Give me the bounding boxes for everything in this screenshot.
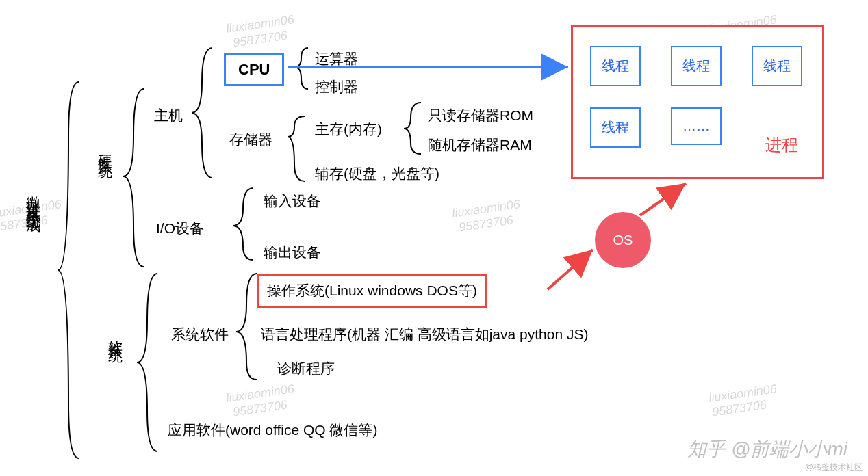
cpu-alu: 运算器 xyxy=(315,49,358,68)
watermark: 95873706 xyxy=(232,398,288,420)
thread-ellipsis: …… xyxy=(671,107,722,145)
credit-text-2: @稀釜技术社区 xyxy=(805,462,863,473)
ram-label: 随机存储器RAM xyxy=(428,135,532,155)
watermark: 95873706 xyxy=(0,213,49,235)
cpu-box: CPU xyxy=(224,53,284,86)
svg-line-1 xyxy=(548,250,593,289)
input-device: 输入设备 xyxy=(264,191,321,211)
os-circle: OS xyxy=(595,212,651,268)
lang-processor: 语言处理程序(机器 汇编 高级语言如java python JS) xyxy=(261,325,588,344)
watermark: liuxiaomin06 xyxy=(451,197,521,221)
watermark: 95873706 xyxy=(711,398,767,420)
watermark: liuxiaomin06 xyxy=(225,12,295,36)
credit-text: 知乎 @前端小小mi xyxy=(687,436,847,462)
aux-storage-label: 辅存(硬盘，光盘等) xyxy=(315,164,439,183)
app-software: 应用软件(word office QQ 微信等) xyxy=(168,421,378,440)
storage-label: 存储器 xyxy=(229,130,272,149)
rom-label: 只读存储器ROM xyxy=(428,106,533,125)
thread-box-3: 线程 xyxy=(752,46,802,86)
thread-box-1: 线程 xyxy=(590,46,641,86)
root-label: 微型计算机系统组成 xyxy=(24,185,43,209)
process-label: 进程 xyxy=(765,134,798,156)
os-box: 操作系统(Linux windows DOS等) xyxy=(257,274,487,308)
thread-box-2: 线程 xyxy=(671,46,722,86)
svg-line-2 xyxy=(640,183,686,215)
software-label: 软件系统 xyxy=(106,328,125,339)
diagnostic: 诊断程序 xyxy=(277,359,335,378)
output-device: 输出设备 xyxy=(264,243,321,262)
system-software-label: 系统软件 xyxy=(171,325,229,344)
thread-box-4: 线程 xyxy=(590,107,641,148)
watermark: liuxiaomin06 xyxy=(708,382,778,406)
host-label: 主机 xyxy=(154,106,183,125)
cpu-cu: 控制器 xyxy=(315,77,358,96)
watermark: liuxiaomin06 xyxy=(225,382,295,406)
io-label: I/O设备 xyxy=(156,219,204,238)
main-mem-label: 主存(内存) xyxy=(315,120,382,139)
watermark: 95873706 xyxy=(458,213,514,235)
hardware-label: 硬件系统 xyxy=(96,144,115,155)
watermark: 95873706 xyxy=(232,29,288,51)
